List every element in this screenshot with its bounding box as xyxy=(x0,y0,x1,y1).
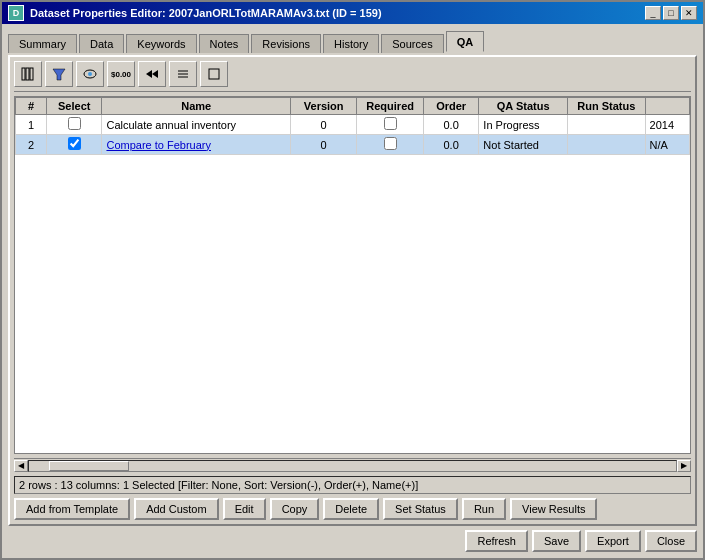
col-header-qastatus: QA Status xyxy=(479,98,568,115)
minimize-button[interactable]: _ xyxy=(645,6,661,20)
row-checkbox[interactable] xyxy=(68,117,81,130)
scroll-left-button[interactable]: ◀ xyxy=(14,460,28,472)
edit-button[interactable]: Edit xyxy=(223,498,266,520)
refresh-button[interactable]: Refresh xyxy=(465,530,528,552)
square-icon[interactable] xyxy=(200,61,228,87)
table-header: # Select Name Version Required Order QA … xyxy=(16,98,690,115)
dollar-icon[interactable]: $0.00 xyxy=(107,61,135,87)
window-icon: D xyxy=(8,5,24,21)
cell-num: 2 xyxy=(16,135,47,155)
col-header-select: Select xyxy=(47,98,102,115)
title-bar-left: D Dataset Properties Editor: 2007JanORLT… xyxy=(8,5,382,21)
col-header-required: Required xyxy=(357,98,424,115)
tab-sources[interactable]: Sources xyxy=(381,34,443,53)
bottom-button-row: Refresh Save Export Close xyxy=(8,530,697,552)
cell-select[interactable] xyxy=(47,115,102,135)
add-custom-button[interactable]: Add Custom xyxy=(134,498,219,520)
cell-extra: N/A xyxy=(645,135,689,155)
filter-icon[interactable] xyxy=(45,61,73,87)
main-content: Summary Data Keywords Notes Revisions Hi… xyxy=(2,24,703,558)
col-header-runstatus: Run Status xyxy=(568,98,646,115)
scroll-track[interactable] xyxy=(28,460,677,472)
rewind-icon[interactable] xyxy=(138,61,166,87)
svg-rect-0 xyxy=(22,68,25,80)
status-bar: 2 rows : 13 columns: 1 Selected [Filter:… xyxy=(14,476,691,494)
view-results-button[interactable]: View Results xyxy=(510,498,597,520)
tab-bar: Summary Data Keywords Notes Revisions Hi… xyxy=(8,30,697,51)
cell-qa-status: In Progress xyxy=(479,115,568,135)
name-link[interactable]: Compare to February xyxy=(106,139,211,151)
tab-qa[interactable]: QA xyxy=(446,31,485,52)
table-row[interactable]: 2Compare to February00.0Not StartedN/A xyxy=(16,135,690,155)
main-window: D Dataset Properties Editor: 2007JanORLT… xyxy=(0,0,705,560)
tab-keywords[interactable]: Keywords xyxy=(126,34,196,53)
required-checkbox[interactable] xyxy=(384,137,397,150)
tab-revisions[interactable]: Revisions xyxy=(251,34,321,53)
col-header-version: Version xyxy=(290,98,357,115)
qa-panel: $0.00 xyxy=(8,55,697,526)
row-checkbox[interactable] xyxy=(68,137,81,150)
save-button[interactable]: Save xyxy=(532,530,581,552)
tab-history[interactable]: History xyxy=(323,34,379,53)
cell-required[interactable] xyxy=(357,135,424,155)
toolbar: $0.00 xyxy=(14,61,691,92)
cell-run-status xyxy=(568,135,646,155)
tab-summary[interactable]: Summary xyxy=(8,34,77,53)
svg-rect-2 xyxy=(30,68,33,80)
horizontal-scrollbar[interactable]: ◀ ▶ xyxy=(14,458,691,472)
scroll-right-button[interactable]: ▶ xyxy=(677,460,691,472)
scroll-thumb[interactable] xyxy=(49,461,129,471)
svg-rect-11 xyxy=(209,69,219,79)
delete-button[interactable]: Delete xyxy=(323,498,379,520)
required-checkbox[interactable] xyxy=(384,117,397,130)
cell-version: 0 xyxy=(290,135,357,155)
set-status-button[interactable]: Set Status xyxy=(383,498,458,520)
cell-qa-status: Not Started xyxy=(479,135,568,155)
run-button[interactable]: Run xyxy=(462,498,506,520)
svg-rect-1 xyxy=(26,68,29,80)
close-button[interactable]: Close xyxy=(645,530,697,552)
col-header-extra xyxy=(645,98,689,115)
maximize-button[interactable]: □ xyxy=(663,6,679,20)
qa-table[interactable]: # Select Name Version Required Order QA … xyxy=(14,96,691,454)
cell-name: Compare to February xyxy=(102,135,290,155)
cell-order: 0.0 xyxy=(423,135,478,155)
cell-num: 1 xyxy=(16,115,47,135)
close-window-button[interactable]: ✕ xyxy=(681,6,697,20)
status-text: 2 rows : 13 columns: 1 Selected [Filter:… xyxy=(19,479,418,491)
tab-notes[interactable]: Notes xyxy=(199,34,250,53)
cell-select[interactable] xyxy=(47,135,102,155)
table-row[interactable]: 1Calculate annual inventory00.0In Progre… xyxy=(16,115,690,135)
export-button[interactable]: Export xyxy=(585,530,641,552)
cell-version: 0 xyxy=(290,115,357,135)
list-icon[interactable] xyxy=(169,61,197,87)
columns-icon[interactable] xyxy=(14,61,42,87)
svg-marker-6 xyxy=(146,70,152,78)
view-icon[interactable] xyxy=(76,61,104,87)
cell-run-status xyxy=(568,115,646,135)
cell-name: Calculate annual inventory xyxy=(102,115,290,135)
cell-order: 0.0 xyxy=(423,115,478,135)
col-header-num: # xyxy=(16,98,47,115)
col-header-name: Name xyxy=(102,98,290,115)
add-from-template-button[interactable]: Add from Template xyxy=(14,498,130,520)
title-bar: D Dataset Properties Editor: 2007JanORLT… xyxy=(2,2,703,24)
tab-data[interactable]: Data xyxy=(79,34,124,53)
title-buttons: _ □ ✕ xyxy=(645,6,697,20)
svg-marker-3 xyxy=(53,69,65,80)
cell-extra: 2014 xyxy=(645,115,689,135)
copy-button[interactable]: Copy xyxy=(270,498,320,520)
svg-marker-7 xyxy=(152,70,158,78)
action-button-row: Add from Template Add Custom Edit Copy D… xyxy=(14,498,691,520)
svg-point-5 xyxy=(88,72,92,76)
window-title: Dataset Properties Editor: 2007JanORLTot… xyxy=(30,7,382,19)
cell-required[interactable] xyxy=(357,115,424,135)
col-header-order: Order xyxy=(423,98,478,115)
